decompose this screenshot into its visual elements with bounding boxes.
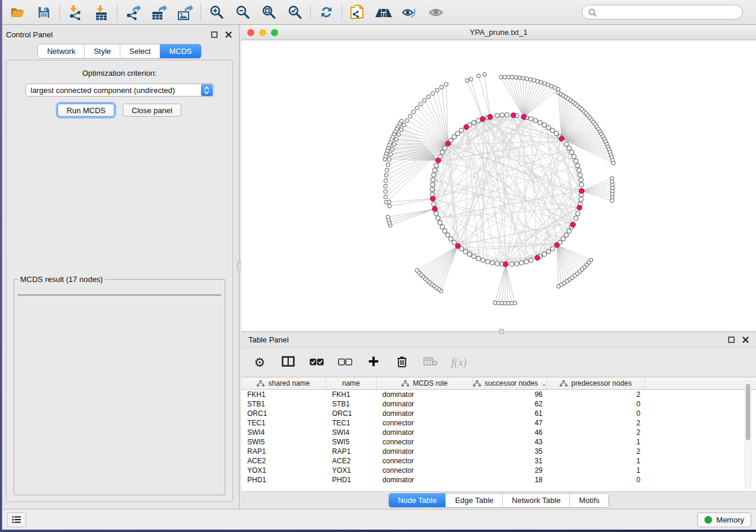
- selected-option: largest connected component (undirected): [26, 86, 200, 95]
- tab-style[interactable]: Style: [84, 44, 120, 58]
- network-title: YPA_prune.txt_1: [241, 28, 756, 37]
- delete-column-button[interactable]: [394, 355, 410, 370]
- deselect-all-button[interactable]: [337, 355, 353, 370]
- horizontal-splitter-handle[interactable]: [499, 329, 504, 334]
- column-header-name[interactable]: name: [326, 377, 377, 389]
- select-all-button[interactable]: [309, 355, 324, 370]
- table-cell: dominator: [377, 447, 473, 456]
- zoom-selected-button[interactable]: [286, 4, 303, 21]
- optimization-criterion-select[interactable]: largest connected component (undirected): [25, 84, 214, 97]
- column-header-successor-nodes[interactable]: successor nodes⌄: [473, 377, 547, 389]
- binoculars-icon: [375, 5, 393, 20]
- search-input[interactable]: [600, 8, 736, 17]
- table-cell: RAP1: [241, 447, 326, 456]
- table-cell: SWI4: [241, 428, 326, 437]
- search-binoculars-button[interactable]: [375, 4, 392, 21]
- table-row[interactable]: ACE2ACE2connector311: [241, 456, 756, 466]
- network-search-field[interactable]: [582, 5, 743, 20]
- column-header-MCDS-role[interactable]: MCDS role: [377, 377, 473, 389]
- zoom-in-button[interactable]: [208, 4, 225, 21]
- table-cell: 1: [547, 456, 645, 466]
- table-row[interactable]: FKH1FKH1dominator962: [241, 390, 756, 399]
- memory-label: Memory: [716, 515, 744, 524]
- zoom-window-icon[interactable]: [271, 29, 278, 36]
- float-table-panel-icon[interactable]: [726, 335, 736, 344]
- table-cell: 31: [473, 456, 547, 466]
- table-scrollbar[interactable]: [745, 380, 751, 489]
- table-row[interactable]: YOX1YOX1connector291: [241, 466, 756, 475]
- tab-network-table[interactable]: Network Table: [502, 493, 569, 507]
- table-row[interactable]: RAP1RAP1dominator352: [241, 447, 756, 456]
- table-row[interactable]: ORC1ORC1dominator610: [241, 409, 756, 418]
- refresh-layout-button[interactable]: [318, 4, 334, 21]
- table-row[interactable]: SWI4SWI4dominator462: [241, 428, 756, 437]
- table-cell: 0: [547, 475, 645, 485]
- table-cell: connector: [377, 437, 473, 447]
- export-network-button[interactable]: [125, 4, 141, 21]
- fx-icon: f(x): [451, 356, 467, 369]
- status-bar: Memory: [2, 509, 756, 530]
- table-cell: 47: [473, 418, 547, 428]
- column-header-predecessor-nodes[interactable]: predecessor nodes: [547, 377, 645, 389]
- table-cell: 18: [473, 475, 547, 485]
- save-session-button[interactable]: [36, 4, 52, 21]
- zoom-fit-button[interactable]: [260, 4, 277, 21]
- table-row[interactable]: STB1STB1dominator620: [241, 399, 756, 409]
- table-cell: ORC1: [326, 409, 377, 418]
- table-row[interactable]: PHD1PHD1dominator180: [241, 475, 756, 485]
- close-window-icon[interactable]: [247, 29, 254, 36]
- run-mcds-button[interactable]: Run MCDS: [58, 104, 114, 117]
- deselect-all-icon: [338, 357, 352, 368]
- mcds-result-list[interactable]: PHD1CAR1STP4TID3YOX1SWI4SRD1PMA2FKH1ACE2…: [18, 294, 221, 296]
- clone-network-button[interactable]: [349, 4, 366, 21]
- table-cell: dominator: [377, 390, 473, 399]
- split-panel-button[interactable]: [280, 355, 296, 370]
- table-cell: 61: [473, 409, 547, 418]
- select-stepper-icon: [201, 84, 213, 96]
- tab-select[interactable]: Select: [120, 44, 160, 58]
- eye-slash-icon: [401, 5, 418, 20]
- export-table-button[interactable]: [151, 4, 167, 21]
- network-canvas[interactable]: [241, 40, 756, 331]
- network-window: YPA_prune.txt_1: [241, 25, 756, 332]
- delete-table-button[interactable]: [423, 355, 438, 370]
- show-visibility-button[interactable]: [428, 4, 444, 21]
- column-header-shared-name[interactable]: shared name: [241, 377, 326, 389]
- task-history-button[interactable]: [7, 512, 26, 527]
- add-column-button[interactable]: [366, 355, 381, 370]
- memory-button[interactable]: Memory: [697, 512, 751, 527]
- table-panel-titlebar: Table Panel: [241, 332, 756, 347]
- close-table-panel-icon[interactable]: [741, 335, 750, 344]
- search-icon: [588, 8, 596, 17]
- table-settings-button[interactable]: ⚙: [252, 355, 267, 370]
- table-cell: 1: [547, 466, 645, 475]
- tab-node-table[interactable]: Node Table: [389, 493, 446, 507]
- table-cell: SWI4: [326, 428, 377, 437]
- open-folder-icon: [10, 5, 25, 20]
- tab-edge-table[interactable]: Edge Table: [445, 493, 502, 507]
- zoom-out-button[interactable]: [234, 4, 251, 21]
- table-cell: dominator: [377, 409, 473, 418]
- function-builder-button[interactable]: f(x): [451, 355, 467, 370]
- import-table-button[interactable]: [93, 4, 110, 21]
- table-header-row: shared namenameMCDS rolesuccessor nodes⌄…: [241, 377, 756, 390]
- scrollbar-thumb[interactable]: [746, 384, 750, 440]
- table-cell: 2: [547, 390, 645, 399]
- table-row[interactable]: SWI5SWI5connector431: [241, 437, 756, 447]
- tab-network[interactable]: Network: [38, 44, 84, 58]
- table-cell: 46: [473, 428, 547, 437]
- control-panel: Control Panel Network Style Select MCDS …: [2, 25, 238, 509]
- export-image-button[interactable]: [177, 4, 193, 21]
- float-panel-icon[interactable]: [209, 30, 219, 39]
- import-network-button[interactable]: [67, 4, 84, 21]
- tab-motifs[interactable]: Motifs: [569, 493, 608, 507]
- minimize-window-icon[interactable]: [259, 29, 266, 36]
- open-session-button[interactable]: [9, 4, 26, 21]
- close-panel-icon[interactable]: [224, 30, 233, 39]
- hide-visibility-button[interactable]: [401, 4, 418, 21]
- table-cell: RAP1: [326, 447, 377, 456]
- gear-icon: ⚙: [254, 356, 266, 368]
- table-row[interactable]: TEC1TEC1connector472: [241, 418, 756, 428]
- tab-mcds[interactable]: MCDS: [160, 44, 200, 58]
- close-panel-button[interactable]: Close panel: [123, 104, 181, 117]
